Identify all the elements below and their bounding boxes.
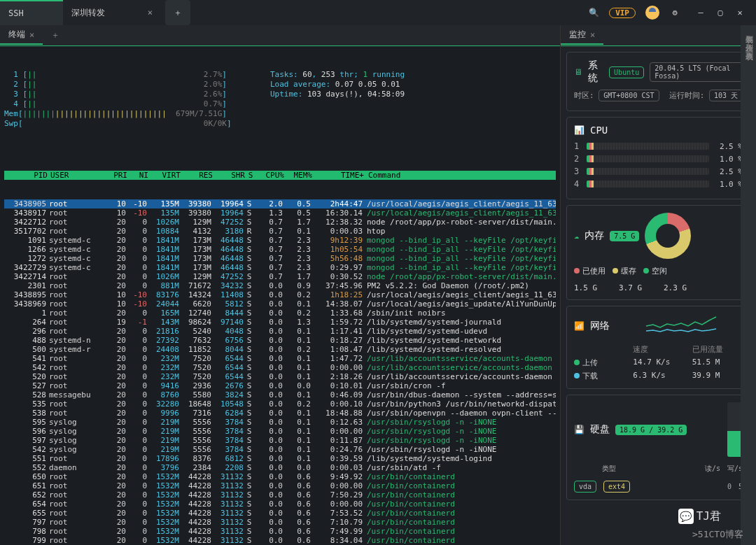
close-icon[interactable]: × bbox=[148, 8, 153, 17]
network-panel: 📶网络 速度已用流量 上传14.7 K/s51.5 M 下载6.3 K/s39.… bbox=[566, 306, 750, 389]
disk-panel: 💾 硬盘 18.9 G / 39.2 G 类型读/s写/s vda ext4 0… bbox=[566, 395, 750, 500]
maximize-button[interactable]: ▢ bbox=[714, 8, 727, 17]
vip-badge[interactable]: VIP bbox=[609, 8, 636, 18]
process-row[interactable]: 799root2001532M4422831132S0.00.68:34.04/… bbox=[4, 536, 556, 545]
side-dock: 书签列表 上传列表 下载列表 bbox=[741, 25, 756, 545]
new-tab-button[interactable]: ＋ bbox=[165, 0, 190, 25]
process-row[interactable]: 1091systemd-c2001841M173M46448S0.72.39h1… bbox=[4, 236, 556, 245]
process-row[interactable]: 597syslog200219M55563784S0.00.10:11.87/u… bbox=[4, 436, 556, 445]
disk-icon: 💾 bbox=[574, 425, 584, 434]
process-row[interactable]: 535root200322801864810548S0.00.20:00.10/… bbox=[4, 399, 556, 409]
watermark-blog: >51CTO博客 bbox=[692, 528, 743, 541]
process-row[interactable]: 552daemon200379623842208S0.00.00:00.03/u… bbox=[4, 463, 556, 472]
process-row[interactable]: 528messagebu200876055803824S0.00.10:46.0… bbox=[4, 390, 556, 399]
system-panel: 🖥系统Ubuntu20.04.5 LTS (Focal Fossa) 时区: G… bbox=[566, 52, 750, 111]
cpu-row: 21.0 % bbox=[574, 154, 743, 164]
ver-badge: 20.04.5 LTS (Focal Fossa) bbox=[650, 62, 743, 82]
process-row[interactable]: 3438969root10-102404466205812S0.00.114:3… bbox=[4, 299, 556, 309]
uptime-badge: 103 天 bbox=[709, 90, 743, 101]
mem-total-badge: 7.5 G bbox=[610, 231, 639, 241]
process-row[interactable]: 3517702root2001088441323180R0.70.10:00.0… bbox=[4, 227, 556, 236]
process-row[interactable]: 500systemd-r20024408118528044S0.00.21:08… bbox=[4, 345, 556, 354]
avatar[interactable] bbox=[645, 6, 659, 20]
network-sparkline bbox=[620, 313, 743, 334]
process-row[interactable]: 650root2001532M4422831132S0.00.69:49.92/… bbox=[4, 472, 556, 481]
memory-panel: ☁内存7.5 G 已使用 缓存 空闲 1.5 G 3.7 G 2.3 G bbox=[566, 205, 750, 300]
cpu-row: 32.5 % bbox=[574, 167, 743, 176]
process-row[interactable]: 264root19-1143M9862497140S0.01.31:59.72/… bbox=[4, 318, 556, 327]
process-row[interactable]: 595syslog200219M55563784S0.00.10:12.63/u… bbox=[4, 418, 556, 427]
cpu-icon: 📊 bbox=[574, 125, 584, 135]
process-row[interactable]: 538root200999673166284S0.00.118:48.88/us… bbox=[4, 409, 556, 418]
watermark-tj: 💬TJ君 bbox=[678, 509, 721, 524]
process-row[interactable]: 296root2002181652404048S0.00.11:17.41/li… bbox=[4, 327, 556, 336]
process-row[interactable]: 651root2001532M4422831132S0.00.60:00.00/… bbox=[4, 481, 556, 490]
process-row[interactable]: 542syslog200219M55563784S0.00.10:24.76/u… bbox=[4, 445, 556, 454]
monitor-tab[interactable]: 监控× bbox=[561, 26, 603, 45]
close-button[interactable]: ✕ bbox=[734, 8, 746, 17]
disk-dev: vda bbox=[574, 481, 596, 493]
tz-badge: GMT+0800 CST bbox=[598, 90, 659, 101]
process-row[interactable]: 541root200232M75206544S0.00.11:47.72/usr… bbox=[4, 354, 556, 363]
process-row[interactable]: 3438917root10-10135M3938019964S1.30.516:… bbox=[4, 208, 556, 218]
terminal-tabs: 终端× ＋ bbox=[0, 25, 560, 46]
app-tab-shenzhen[interactable]: 深圳转发× bbox=[63, 0, 161, 25]
process-row[interactable]: 542root200232M75206544S0.00.10:00.00/usr… bbox=[4, 363, 556, 372]
minimize-button[interactable]: ― bbox=[694, 8, 707, 17]
terminal-content[interactable]: 1 [|| 2.7%] 2 [|| 2.0%] 3 [|| 2.6%] 4 [|… bbox=[0, 46, 560, 545]
wifi-icon: 📶 bbox=[574, 321, 584, 331]
gear-icon[interactable]: ⚙ bbox=[669, 7, 680, 18]
process-row[interactable]: 1272systemd-c2001841M173M46448S0.72.35h5… bbox=[4, 254, 556, 263]
panel-title: 网络 bbox=[590, 320, 610, 332]
process-row[interactable]: 3422729systemd-c2001841M173M46448S0.72.3… bbox=[4, 263, 556, 272]
monitor-panel: 监控× 🖥系统Ubuntu20.04.5 LTS (Focal Fossa) 时… bbox=[560, 25, 756, 545]
process-row[interactable]: 520root200232M75206544S0.00.12:18.26/usr… bbox=[4, 372, 556, 381]
monitor-icon: 🖥 bbox=[574, 67, 582, 77]
process-row[interactable]: 1root200165M127408444S0.00.21:33.68/sbin… bbox=[4, 309, 556, 318]
title-bar: SSH 深圳转发× ＋ 🔍 VIP ⚙ ― ▢ ✕ bbox=[0, 0, 756, 25]
process-row[interactable]: 596syslog200219M55563784S0.00.10:00.00/u… bbox=[4, 427, 556, 436]
process-row[interactable]: 798root2001532M4422831132S0.00.67:49.99/… bbox=[4, 527, 556, 536]
panel-title: 系统 bbox=[588, 59, 603, 85]
process-row[interactable]: 527root200941629362676S0.00.00:10.01/usr… bbox=[4, 381, 556, 390]
process-row[interactable]: 797root2001532M4422831132S0.00.67:10.79/… bbox=[4, 518, 556, 527]
process-row[interactable]: 3438895root10-10831761432411408S0.00.21h… bbox=[4, 290, 556, 299]
process-row[interactable]: 551root2001789683766812S0.00.10:39.59/li… bbox=[4, 454, 556, 463]
process-row[interactable]: 654root2001532M4422831132S0.00.60:00.00/… bbox=[4, 500, 556, 509]
disk-type: ext4 bbox=[603, 481, 630, 493]
panel-title: 内存 bbox=[584, 229, 604, 242]
terminal-tab[interactable]: 终端× bbox=[0, 26, 43, 45]
new-terminal-button[interactable]: ＋ bbox=[43, 27, 68, 44]
cpu-row: 12.5 % bbox=[574, 141, 743, 151]
process-row[interactable]: 3422714root2001026M129M47252S0.71.70:30.… bbox=[4, 272, 556, 281]
cpu-row: 41.0 % bbox=[574, 179, 743, 189]
process-row[interactable]: 3422712root2001026M129M47252S0.71.712:38… bbox=[4, 218, 556, 227]
cloud-icon: ☁ bbox=[574, 231, 579, 241]
close-icon[interactable]: × bbox=[29, 30, 34, 40]
process-row[interactable]: 655root2001532M4422831132S0.00.67:53.52/… bbox=[4, 509, 556, 518]
process-row[interactable]: 1266systemd-c2001841M173M46448S0.72.31h0… bbox=[4, 245, 556, 254]
panel-title: 硬盘 bbox=[590, 423, 610, 436]
process-row[interactable]: 2301root200881M7167234232S0.00.937:45.96… bbox=[4, 281, 556, 290]
memory-donut bbox=[645, 213, 691, 259]
process-row[interactable]: 3438905root10-10135M3938019964S2.00.52h4… bbox=[4, 199, 556, 208]
disk-used-badge: 18.9 G / 39.2 G bbox=[615, 425, 687, 435]
app-tab-ssh[interactable]: SSH bbox=[0, 0, 63, 25]
process-header: PIDUSERPRINIVIRTRESSHRSCPU%MEM%TIME+Comm… bbox=[4, 171, 556, 180]
process-row[interactable]: 652root2001532M4422831132S0.00.67:50.29/… bbox=[4, 490, 556, 500]
close-icon[interactable]: × bbox=[590, 30, 595, 40]
panel-title: CPU bbox=[590, 125, 608, 136]
os-badge: Ubuntu bbox=[609, 66, 644, 78]
cpu-panel: 📊CPU 12.5 %21.0 %32.5 %41.0 % bbox=[566, 117, 750, 199]
process-row[interactable]: 488systemd-n2002739276326756S0.00.10:18.… bbox=[4, 336, 556, 345]
search-icon[interactable]: 🔍 bbox=[588, 7, 599, 18]
